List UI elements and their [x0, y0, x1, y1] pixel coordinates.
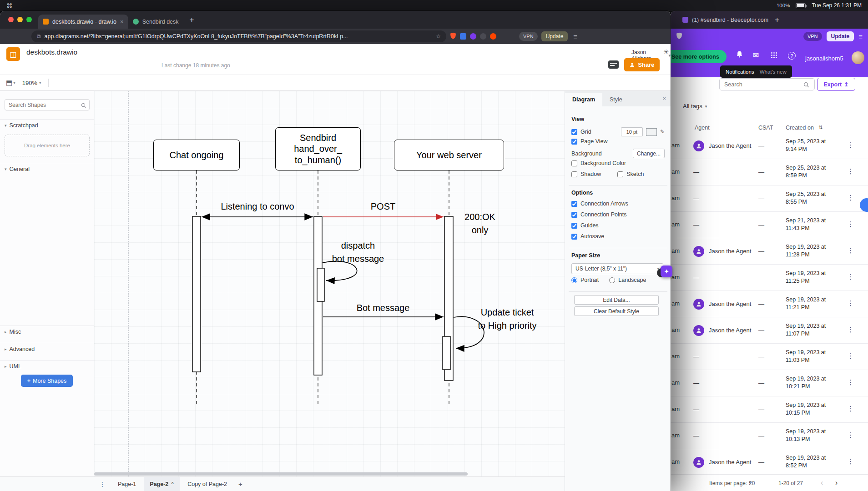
- theme-toggle-icon[interactable]: ☀: [663, 48, 669, 55]
- update-button[interactable]: Update: [541, 31, 568, 41]
- document-title[interactable]: deskbots.drawio: [26, 48, 77, 56]
- actor-web-server[interactable]: Your web server: [394, 140, 504, 170]
- clear-default-style-button[interactable]: Clear Default Style: [574, 306, 659, 316]
- browser-menu-icon[interactable]: ≡: [573, 33, 577, 40]
- page-tab-1[interactable]: Page-1: [112, 477, 142, 491]
- table-row[interactable]: am Jason the Agent — Sep 19, 2023 at 11:…: [671, 238, 868, 265]
- more-shapes-button[interactable]: + More Shapes: [21, 375, 73, 387]
- ai-sparkle-fab[interactable]: ✦: [661, 266, 672, 277]
- pages-menu-icon[interactable]: ⋮: [99, 481, 106, 488]
- edit-color-icon[interactable]: ✎: [660, 129, 665, 135]
- vpn-button[interactable]: VPN: [803, 32, 822, 41]
- autosave-checkbox[interactable]: [571, 234, 577, 240]
- row-menu-icon[interactable]: ⋮: [847, 457, 854, 466]
- apple-menu-icon[interactable]: ⌘: [6, 2, 12, 9]
- see-more-options-button[interactable]: See more options: [671, 50, 727, 63]
- scratchpad-section[interactable]: ▾ Scratchpad: [0, 119, 94, 131]
- export-button[interactable]: Export↥: [817, 78, 855, 91]
- message-label-listening[interactable]: Listening to convo: [203, 200, 312, 213]
- mail-icon[interactable]: ✉: [753, 51, 759, 60]
- actor-chat-ongoing[interactable]: Chat ongoing: [153, 140, 240, 170]
- row-menu-icon[interactable]: ⋮: [847, 431, 854, 439]
- general-section[interactable]: ▾ General: [0, 163, 94, 175]
- tab-drawio[interactable]: deskbots.drawio - draw.io ×: [38, 15, 128, 29]
- change-background-button[interactable]: Change...: [633, 149, 665, 158]
- prev-page-icon[interactable]: ‹: [821, 479, 823, 487]
- row-menu-icon[interactable]: ⋮: [847, 352, 854, 360]
- misc-section[interactable]: ▸ Misc: [0, 326, 94, 337]
- row-menu-icon[interactable]: ⋮: [847, 141, 854, 149]
- brave-shield-icon[interactable]: [676, 32, 682, 41]
- vpn-button[interactable]: VPN: [519, 32, 538, 41]
- row-menu-icon[interactable]: ⋮: [847, 167, 854, 175]
- guides-checkbox[interactable]: [571, 223, 577, 229]
- portrait-radio[interactable]: [571, 277, 577, 283]
- connection-arrows-checkbox[interactable]: [571, 201, 577, 207]
- minimize-window-button[interactable]: [17, 17, 23, 22]
- tab-diagram[interactable]: Diagram: [565, 93, 602, 106]
- drawio-logo[interactable]: ◫: [6, 47, 20, 61]
- help-icon[interactable]: ?: [788, 52, 796, 60]
- zoom-window-button[interactable]: [26, 17, 32, 22]
- row-menu-icon[interactable]: ⋮: [847, 378, 854, 386]
- grid-checkbox[interactable]: [571, 129, 577, 135]
- extension-3-icon[interactable]: [480, 33, 486, 40]
- row-menu-icon[interactable]: ⋮: [847, 405, 854, 413]
- page-view-checkbox[interactable]: [571, 139, 577, 145]
- sketch-checkbox[interactable]: [617, 171, 623, 177]
- table-row[interactable]: am Jason the Agent — Sep 19, 2023 at 8:5…: [671, 449, 868, 474]
- table-row[interactable]: am Jason the Agent — Sep 19, 2023 at 11:…: [671, 317, 868, 344]
- row-menu-icon[interactable]: ⋮: [847, 220, 854, 228]
- shape-search-input[interactable]: [5, 99, 90, 110]
- uml-section[interactable]: ▸ UML: [0, 360, 94, 372]
- search-input[interactable]: [719, 78, 815, 90]
- row-menu-icon[interactable]: ⋮: [847, 194, 854, 202]
- table-row[interactable]: am — — Sep 19, 2023 at 10:15 PM ⋮: [671, 396, 868, 423]
- column-header-agent[interactable]: Agent: [695, 125, 710, 131]
- page-tab-2[interactable]: Page-2 ^: [144, 477, 180, 491]
- paper-size-select[interactable]: US-Letter (8,5" x 11") ▾: [571, 263, 663, 274]
- new-tab-button[interactable]: +: [190, 15, 194, 25]
- table-row[interactable]: am — — Sep 19, 2023 at 11:03 PM ⋮: [671, 344, 868, 370]
- share-button[interactable]: Share: [624, 58, 660, 71]
- advanced-section[interactable]: ▸ Advanced: [0, 343, 94, 355]
- table-row[interactable]: am Jason the Agent — Sep 19, 2023 at 11:…: [671, 291, 868, 317]
- zoom-select[interactable]: 190%▾: [22, 80, 41, 86]
- address-bar[interactable]: ⧉ app.diagrams.net/?libs=general;uml#G1I…: [31, 30, 446, 42]
- extension-2-icon[interactable]: [470, 33, 476, 40]
- row-menu-icon[interactable]: ⋮: [847, 299, 854, 307]
- all-tags-dropdown[interactable]: All tags ▾: [683, 103, 707, 110]
- tab-beeceptor[interactable]: (1) #sendbird - Beeceptor.com: [682, 17, 768, 23]
- message-label-dispatch[interactable]: dispatch bot message: [319, 239, 397, 266]
- browser-menu-icon[interactable]: ≡: [858, 33, 863, 40]
- extension-1-icon[interactable]: [460, 33, 466, 40]
- row-menu-icon[interactable]: ⋮: [847, 326, 854, 334]
- close-window-button[interactable]: [8, 17, 14, 22]
- next-page-icon[interactable]: ›: [835, 479, 838, 487]
- table-row[interactable]: am — — Sep 21, 2023 at 11:43 PM ⋮: [671, 212, 868, 238]
- column-header-created-on[interactable]: Created on: [786, 125, 814, 131]
- page-tab-copy[interactable]: Copy of Page-2: [182, 477, 233, 491]
- outline-view-icon[interactable]: ⬒▾: [6, 79, 15, 87]
- table-row[interactable]: am — — Sep 19, 2023 at 11:25 PM ⋮: [671, 265, 868, 291]
- tab-close-icon[interactable]: ×: [120, 18, 124, 25]
- message-label-post[interactable]: POST: [356, 200, 410, 213]
- grid-color-swatch[interactable]: [646, 128, 657, 136]
- message-label-bot-message[interactable]: Bot message: [342, 301, 424, 315]
- table-row[interactable]: am Jason the Agent — Sep 25, 2023 at 9:1…: [671, 133, 868, 159]
- tab-style[interactable]: Style: [602, 93, 630, 106]
- landscape-radio[interactable]: [609, 277, 615, 283]
- tab-sendbird-desk[interactable]: Sendbird desk: [128, 15, 183, 29]
- actor-sendbird-handover[interactable]: Sendbird hand_over_ to_human(): [275, 127, 361, 170]
- sort-icon[interactable]: ⇅: [818, 125, 823, 130]
- table-row[interactable]: am — — Sep 25, 2023 at 8:59 PM ⋮: [671, 159, 868, 185]
- column-header-csat[interactable]: CSAT: [758, 125, 773, 131]
- extension-4-icon[interactable]: [490, 33, 496, 40]
- menubar-clock[interactable]: Tue Sep 26 1:31 PM: [812, 2, 862, 9]
- table-row[interactable]: am — — Sep 19, 2023 at 10:13 PM ⋮: [671, 423, 868, 449]
- bookmark-star-icon[interactable]: ☆: [436, 33, 441, 40]
- grid-size-input[interactable]: 10 pt: [621, 127, 643, 136]
- horizontal-scrollbar[interactable]: [94, 472, 468, 476]
- user-avatar[interactable]: [852, 51, 864, 64]
- connection-points-checkbox[interactable]: [571, 212, 577, 218]
